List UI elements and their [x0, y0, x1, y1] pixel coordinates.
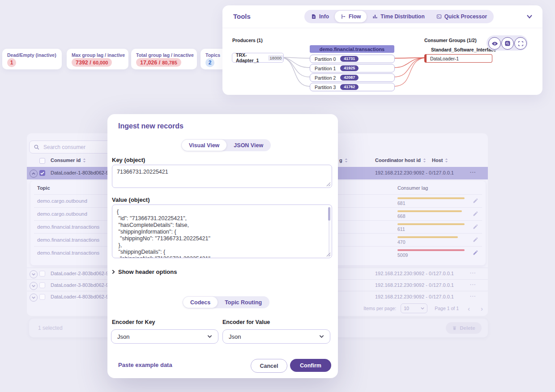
show-header-options-toggle[interactable]: Show header options — [112, 268, 177, 275]
coordinator-cell: 192.168.212.230:9092 - 0 — [375, 271, 431, 276]
coordinator-cell: 192.168.212.230:9092 - 0 — [375, 170, 431, 175]
sort-icon[interactable] — [423, 158, 427, 163]
lag-bar — [397, 249, 465, 251]
partition-node-0[interactable]: Partition 0 41731 — [310, 55, 395, 63]
topic-name: demo.financial.transactions — [37, 237, 99, 243]
partition-node-1[interactable]: Partition 1 41925 — [310, 64, 395, 72]
expand-row-icon[interactable] — [30, 270, 38, 278]
cancel-button[interactable]: Cancel — [251, 359, 287, 373]
expand-row-icon[interactable] — [30, 294, 38, 302]
show-header-options-label: Show header options — [118, 268, 177, 275]
stat-card-total-group-lag: Total group lag / incactive 17,026 / 80,… — [131, 49, 197, 69]
tab-topic-routing[interactable]: Topic Routing — [218, 297, 269, 308]
chevron-down-icon — [319, 335, 324, 338]
host-cell: /127.0.0.1 — [432, 271, 454, 276]
lag-bar — [397, 210, 465, 212]
prev-page-button[interactable]: ‹ — [468, 305, 470, 312]
partition-name: Partition 1 — [315, 66, 336, 71]
topic-column-header: Topic — [37, 185, 50, 191]
tab-json-view[interactable]: JSON View — [226, 140, 270, 151]
lag-bar-fill — [397, 236, 458, 238]
producer-node[interactable]: TRX-Adapter_1 18000 — [232, 53, 284, 63]
row-menu-icon[interactable]: ··· — [470, 170, 476, 175]
encoder-value-select[interactable]: Json — [222, 329, 330, 344]
row-checkbox[interactable] — [39, 271, 45, 277]
edit-lag-icon[interactable] — [473, 211, 478, 217]
value-field-label: Value (object) — [112, 196, 150, 203]
show-hide-button[interactable] — [488, 37, 501, 50]
stat-label: Total group lag / incactive — [136, 52, 194, 58]
row-menu-icon[interactable]: ··· — [470, 270, 476, 276]
lag-value: 668 — [397, 213, 406, 219]
fullscreen-button[interactable] — [514, 37, 527, 50]
status-badge: 7392 / 60,000 — [72, 58, 112, 67]
producer-name: TRX-Adapter_1 — [236, 52, 265, 63]
chevron-up-icon — [32, 172, 35, 175]
sort-icon[interactable] — [82, 158, 86, 163]
consumer-name: DataLoader-1 — [430, 56, 459, 61]
key-input[interactable]: 71366731.20225421 — [112, 165, 332, 187]
partition-offset-badge: 42087 — [340, 75, 359, 81]
delete-button[interactable]: Delete — [446, 322, 482, 334]
row-checkbox[interactable] — [39, 170, 45, 176]
status-badge: 2 — [205, 58, 214, 67]
coordinator-cell: 192.168.212.230:9092 - 0 — [375, 282, 431, 288]
tab-codecs[interactable]: Codecs — [183, 297, 218, 308]
collapse-row-icon[interactable] — [30, 170, 38, 178]
row-menu-icon[interactable]: ··· — [470, 294, 476, 299]
stat-value-sub: 80,785 — [162, 60, 177, 65]
row-menu-icon[interactable]: ··· — [470, 282, 476, 287]
consumer-group-name: Standard_Software_Interface — [431, 47, 496, 52]
column-consumer-id[interactable]: Consumer id — [51, 158, 86, 163]
edit-lag-icon[interactable] — [473, 198, 478, 204]
column-host[interactable]: Host — [432, 158, 448, 163]
tab-visual-view[interactable]: Visual View — [182, 140, 226, 151]
scrollbar-thumb[interactable] — [328, 207, 330, 221]
zoom-search-button[interactable] — [501, 37, 514, 50]
column-lag-partial[interactable]: g — [339, 158, 348, 163]
topic-name: demo.financial.transactions — [37, 250, 99, 256]
lag-bar-fill — [397, 223, 465, 225]
consumer-lag-column-header: Consumer lag — [397, 185, 428, 191]
column-coordinator-host-id[interactable]: Coordinator host id — [375, 158, 427, 163]
view-tab-bar: Visual View JSON View — [181, 139, 271, 151]
consumer-id-cell: DataLoader-1-803bd062-9874 — [51, 170, 117, 175]
paste-example-data-link[interactable]: Paste example data — [118, 362, 172, 368]
next-page-button[interactable]: › — [481, 305, 483, 312]
column-label: Host — [432, 158, 443, 163]
encoder-key-select[interactable]: Json — [111, 329, 218, 344]
row-checkbox[interactable] — [39, 294, 45, 300]
lag-value: 470 — [397, 239, 406, 245]
topic-header-node[interactable]: demo.financial.transactions — [310, 45, 394, 53]
lag-bar — [397, 223, 465, 225]
lag-bar — [397, 236, 465, 238]
encoder-value-value: Json — [229, 333, 241, 340]
expand-row-icon[interactable] — [30, 282, 38, 290]
items-per-page-select[interactable]: 10 — [401, 303, 427, 313]
value-field: { "id": "71366731.20225421", "hasComplet… — [112, 205, 332, 258]
edit-lag-icon[interactable] — [473, 250, 478, 256]
host-cell: /127.0.0.1 — [432, 294, 454, 299]
coordinator-cell: 192.168.212.230:9092 - 0 — [375, 294, 431, 299]
lag-bar-fill — [397, 249, 465, 251]
sort-icon[interactable] — [344, 158, 348, 163]
confirm-button[interactable]: Confirm — [290, 359, 331, 372]
edit-lag-icon[interactable] — [473, 237, 478, 243]
search-icon — [34, 144, 39, 150]
edit-lag-icon[interactable] — [473, 224, 478, 230]
partition-offset-badge: 41925 — [340, 65, 359, 71]
partition-node-3[interactable]: Partition 3 41762 — [310, 83, 395, 91]
topic-name: demo.cargo.outbound — [37, 198, 87, 204]
consumer-node[interactable]: DataLoader-1 — [424, 54, 492, 63]
sort-icon[interactable] — [444, 158, 448, 163]
stat-card-dead-empty: Dead/Empty (inactive) 1 — [2, 49, 62, 69]
value-input[interactable]: { "id": "71366731.20225421", "hasComplet… — [112, 205, 332, 258]
select-all-checkbox[interactable] — [39, 158, 45, 164]
chevron-down-icon — [32, 285, 35, 287]
topic-name: demo.financial.transactions — [320, 47, 384, 52]
delete-label: Delete — [460, 325, 475, 331]
row-checkbox[interactable] — [39, 282, 45, 288]
page-label: Page 1 of 1 — [435, 306, 459, 311]
partition-node-2[interactable]: Partition 2 42087 — [310, 73, 395, 82]
app-canvas: Dead/Empty (inactive) 1 Max group lag / … — [0, 0, 555, 392]
